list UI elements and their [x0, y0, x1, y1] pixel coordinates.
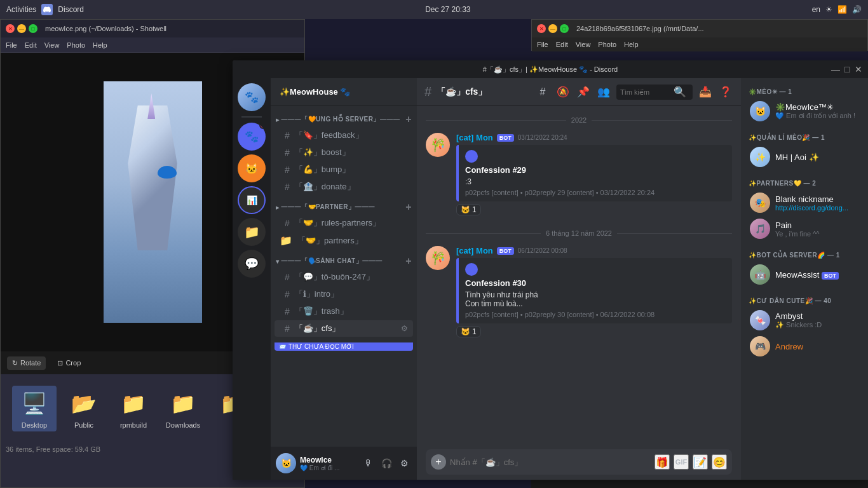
channel-item-to-buon[interactable]: # 「💬」tô-buôn-247」	[275, 269, 413, 285]
message-reaction[interactable]: 🐱 1	[456, 204, 481, 215]
list-item[interactable]: 🎭 Blank nickname http://discord.gg/dong.…	[745, 190, 864, 215]
server-name[interactable]: ✨MeowHouse 🐾	[271, 78, 417, 106]
shotwell2-close-btn[interactable]: ✕	[537, 24, 546, 33]
list-item[interactable]: 🐱 ✳️MeowIce™✳ 💙 Em ơi đi trốn với anh !	[745, 98, 864, 124]
settings-btn[interactable]: ⚙	[397, 456, 412, 471]
fm-menu-edit[interactable]: Edit	[25, 41, 37, 49]
filemanager-close-btn[interactable]: ✕	[6, 24, 15, 33]
activities-label[interactable]: Activities	[6, 5, 36, 14]
sticker-btn[interactable]: 📝	[693, 454, 708, 470]
discord-taskbar-icon[interactable]	[41, 4, 53, 15]
filemanager-max-btn[interactable]: □	[29, 24, 37, 33]
discord-minimize-btn[interactable]: —	[831, 65, 840, 74]
server-icon[interactable]: 🐾 1	[238, 123, 266, 151]
add-channel-btn[interactable]: +	[405, 114, 412, 125]
sw2-menu-photo[interactable]: Photo	[598, 41, 616, 48]
headphones-btn[interactable]: 🎧	[379, 456, 394, 471]
channel-name: 「💬」tô-buôn-247」	[295, 271, 374, 283]
brightness-icon[interactable]: ☀	[825, 5, 832, 14]
user-controls[interactable]: 🎙 🎧 ⚙	[361, 456, 412, 471]
search-icon[interactable]: 🔍	[674, 86, 686, 98]
fm-menu-help[interactable]: Help	[93, 41, 107, 49]
channel-settings-icon[interactable]: ⚙	[401, 324, 408, 333]
server-icon[interactable]: 📁	[238, 218, 266, 246]
bot-badge: BOT	[497, 247, 514, 255]
channel-category[interactable]: ▸ ———「🤝PARTNER」——— +	[271, 199, 417, 214]
list-item[interactable]: 📁 rpmbuild	[111, 386, 156, 431]
threads-icon[interactable]: #	[535, 85, 550, 100]
discord-maximize-btn[interactable]: □	[843, 65, 851, 74]
fm-menu-photo[interactable]: Photo	[67, 41, 85, 49]
gift-btn[interactable]: 🎁	[654, 454, 670, 470]
fm-menu-file[interactable]: File	[6, 41, 17, 49]
emoji-btn[interactable]: 😊	[712, 454, 727, 470]
server-icon[interactable]: 🐾	[238, 83, 266, 111]
channel-list: ▸ ———「🧡UNG HỖ SERVER」——— + # 「🔖」feedback…	[271, 106, 417, 447]
discord-close-btn[interactable]: ✕	[854, 65, 863, 74]
pin-icon[interactable]: 📌	[576, 85, 591, 100]
add-channel-btn[interactable]: +	[405, 201, 412, 213]
message-reaction[interactable]: 🐱 1	[456, 326, 481, 337]
add-channel-btn[interactable]: +	[405, 255, 412, 267]
chat-input-icons[interactable]: 🎁 GIF 📝 😊	[654, 454, 727, 470]
channel-name: 「ℹ」intro」	[295, 288, 339, 300]
list-item[interactable]: 📂 Public	[62, 386, 106, 431]
sw2-menu-view[interactable]: View	[576, 41, 591, 48]
members-icon[interactable]: 👥	[596, 85, 611, 100]
channel-item-feedback[interactable]: # 「🔖」feedback」	[275, 127, 413, 144]
channel-item-folder[interactable]: 📁 「🤝」partners」	[275, 232, 413, 249]
channel-item-cfs[interactable]: # 「☕」cfs」 ⚙ 📨 THƯ CHƯA ĐỌC MỚI	[275, 320, 413, 337]
channel-category[interactable]: ▸ ———「🧡UNG HỖ SERVER」——— +	[271, 111, 417, 126]
list-item[interactable]: 🖥️ Desktop	[12, 386, 57, 431]
server-icon[interactable]: 🐱	[238, 154, 266, 182]
server-icon[interactable]: 📊	[238, 186, 266, 214]
gif-btn[interactable]: GIF	[674, 454, 689, 470]
shotwell2-window-controls[interactable]: ✕ — □	[537, 24, 569, 33]
channel-name: 「✨」boost」	[295, 147, 350, 158]
members-category: ✨CƯ DÂN CUTE🎉 — 40	[741, 292, 868, 307]
fm-menu-view[interactable]: View	[44, 41, 60, 49]
chat-input-field[interactable]	[450, 458, 651, 467]
volume-icon[interactable]: 🔊	[852, 5, 862, 14]
divider-line	[426, 120, 566, 121]
sw2-menu-file[interactable]: File	[537, 41, 548, 48]
chat-input-box[interactable]: + 🎁 GIF 📝 😊	[426, 449, 732, 475]
shotwell2-max-btn[interactable]: □	[560, 24, 569, 33]
add-attachment-btn[interactable]: +	[431, 454, 446, 470]
list-item[interactable]: 🤖 MeowAssist BOT	[745, 262, 864, 287]
channel-item-donate[interactable]: # 「🏦」donate」	[275, 179, 413, 195]
list-item[interactable]: 🍬 Ambyst ✨ Snickers :D	[745, 308, 864, 333]
inbox-icon[interactable]: 📥	[698, 85, 713, 100]
channel-category[interactable]: ▾ ———「🗣️SÁNH CHAT」——— +	[271, 253, 417, 268]
channel-item-intro[interactable]: # 「ℹ」intro」	[275, 286, 413, 302]
list-item[interactable]: ✨ MH | Aoi ✨	[745, 144, 864, 170]
filemanager-menubar: File Edit View Photo Help	[1, 37, 304, 53]
list-item[interactable]: 🎮 Andrew	[745, 334, 864, 359]
embed-description: :3	[465, 177, 726, 186]
filemanager-window-controls[interactable]: ✕ — □	[6, 24, 37, 33]
help-icon[interactable]: ❓	[718, 85, 733, 100]
channel-item-rules-partners[interactable]: # 「🤝」rules-partners」	[275, 215, 413, 231]
mute-icon[interactable]: 🔕	[555, 85, 571, 100]
channel-item-trash[interactable]: # 「🗑️」trash」	[275, 303, 413, 320]
hash-icon: #	[285, 306, 290, 316]
search-input[interactable]	[620, 88, 671, 96]
channel-item-bump[interactable]: # 「💪」bump」	[275, 161, 413, 178]
language-indicator: en	[812, 5, 820, 14]
channel-item-boost[interactable]: # 「✨」boost」	[275, 144, 413, 161]
discord-title-controls[interactable]: — □ ✕	[831, 65, 863, 74]
wifi-icon[interactable]: 📶	[837, 5, 847, 14]
search-box[interactable]: 🔍	[616, 85, 693, 100]
reaction-emoji: 🐱	[461, 205, 470, 214]
rotate-button[interactable]: ↻ Rotate	[7, 356, 46, 370]
filemanager-min-btn[interactable]: —	[17, 24, 26, 33]
microphone-btn[interactable]: 🎙	[361, 456, 376, 471]
channel-header-actions[interactable]: # 🔕 📌 👥 🔍 📥 ❓	[535, 85, 733, 100]
list-item[interactable]: 🎵 Pain Ye , i'm fine ^^	[745, 216, 864, 241]
server-icon[interactable]: 💬	[238, 250, 266, 278]
shotwell2-min-btn[interactable]: —	[548, 24, 557, 33]
crop-button[interactable]: ⊡ Crop	[52, 356, 86, 370]
sw2-menu-help[interactable]: Help	[624, 41, 639, 48]
sw2-menu-edit[interactable]: Edit	[556, 41, 568, 48]
list-item[interactable]: 📁 Downloads	[161, 386, 205, 431]
